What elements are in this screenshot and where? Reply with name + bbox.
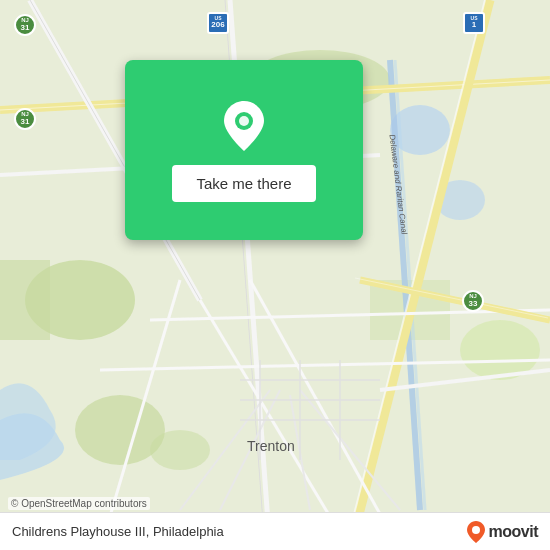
us1-badge: US 1	[463, 12, 485, 34]
trenton-label: Trenton	[247, 438, 295, 454]
nj31-badge-mid: NJ 31	[14, 108, 36, 130]
moovit-logo: moovit	[467, 521, 538, 543]
svg-point-41	[472, 526, 480, 534]
svg-rect-3	[0, 260, 50, 340]
copyright-notice: © OpenStreetMap contributors	[8, 497, 150, 510]
bottom-bar: Childrens Playhouse III, Philadelphia mo…	[0, 512, 550, 550]
moovit-pin-icon	[467, 521, 485, 543]
nj31-badge-top: NJ 31	[14, 14, 36, 36]
location-card: Take me there	[125, 60, 363, 240]
svg-point-7	[150, 430, 210, 470]
location-pin-icon	[220, 99, 268, 153]
place-name: Childrens Playhouse III, Philadelphia	[12, 524, 224, 539]
us206-badge: US 206	[207, 12, 229, 34]
nj33-badge: NJ 33	[462, 290, 484, 312]
moovit-text: moovit	[489, 523, 538, 541]
svg-point-40	[239, 116, 249, 126]
map-container: NJ 31 US 206 US 1 NJ 31 CR 636 CR 649 CR…	[0, 0, 550, 550]
take-me-there-button[interactable]: Take me there	[172, 165, 315, 202]
